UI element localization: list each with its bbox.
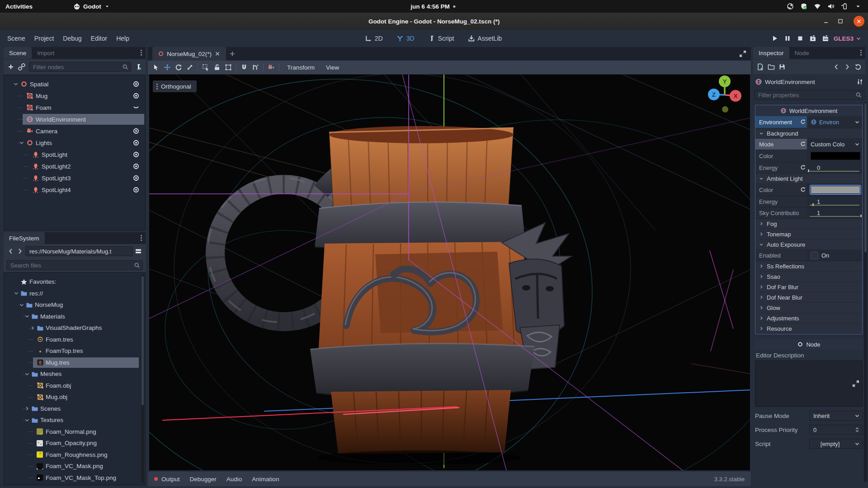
revert-icon[interactable] xyxy=(800,141,806,147)
tab-import[interactable]: Import xyxy=(32,47,60,59)
history-prev-button[interactable] xyxy=(833,63,840,70)
editor-description-field[interactable] xyxy=(755,361,863,407)
caret-icon[interactable] xyxy=(854,3,862,10)
scene-node-lights[interactable]: Lights xyxy=(4,137,145,149)
scene-node-spotlight4[interactable]: SpotLight4 xyxy=(4,184,145,196)
slider-sky-contributio[interactable]: 1 xyxy=(807,207,862,218)
current-path-field[interactable] xyxy=(25,246,133,256)
checkbox-enabled[interactable]: On xyxy=(807,250,862,261)
steam-icon[interactable] xyxy=(787,3,794,10)
bottom-tab-animation[interactable]: Animation xyxy=(252,476,279,483)
fs-item-foam-opacity.png[interactable]: Foam_Opacity.png xyxy=(4,437,145,449)
scene-node-spotlight[interactable]: SpotLight xyxy=(4,149,145,160)
clock[interactable]: jun 6 4:56 PM xyxy=(410,3,455,10)
visibility-on-icon[interactable] xyxy=(132,127,140,135)
filter-nodes-input[interactable] xyxy=(29,62,131,72)
inspector-scrollbar[interactable] xyxy=(864,102,867,482)
pause-button[interactable] xyxy=(784,35,791,42)
section-resource[interactable]: Resource xyxy=(755,324,862,334)
history-next-button[interactable] xyxy=(844,63,851,70)
arrow-down-icon[interactable] xyxy=(19,302,25,308)
lock-tool-button[interactable] xyxy=(213,64,221,71)
renderer-dropdown[interactable]: GLES3 xyxy=(834,35,862,42)
viewport-menu-view[interactable]: View xyxy=(322,63,343,72)
slider-track[interactable] xyxy=(810,216,859,217)
activities-button[interactable]: Activities xyxy=(0,0,38,13)
history-forward-button[interactable] xyxy=(16,248,24,255)
restore-button[interactable] xyxy=(834,13,847,30)
filesystem-dock-menu-icon[interactable] xyxy=(141,235,142,241)
section-background[interactable]: Background xyxy=(755,128,862,139)
search-files-input[interactable] xyxy=(6,260,143,270)
section-auto-exposure[interactable]: Auto Exposure xyxy=(755,239,862,250)
slider-energy[interactable]: 0 xyxy=(807,162,862,173)
fs-item-foam-vc-mask.png[interactable]: Foam_VC_Mask.png xyxy=(4,460,145,472)
menu-project[interactable]: Project xyxy=(30,33,59,44)
bottom-tab-output[interactable]: Output xyxy=(161,476,180,483)
color-picker-000000[interactable] xyxy=(807,150,862,162)
revert-icon[interactable] xyxy=(800,119,806,125)
load-resource-button[interactable] xyxy=(768,63,775,70)
fs-item-meshes[interactable]: Meshes xyxy=(4,368,145,380)
environment-resource-picker[interactable]: Environ xyxy=(807,116,862,128)
axis-gizmo[interactable]: Y X Z xyxy=(708,75,741,113)
section-dof-near-blur[interactable]: Dof Near Blur xyxy=(755,292,862,303)
viewport-3d[interactable]: Y X Z Orthogonal xyxy=(149,75,750,470)
visibility-off-icon[interactable] xyxy=(132,104,140,111)
scene-node-foam[interactable]: Foam xyxy=(4,102,145,113)
inspector-menu-icon[interactable] xyxy=(860,50,862,56)
new-resource-button[interactable] xyxy=(757,63,764,70)
tab-node[interactable]: Node xyxy=(789,47,815,59)
fs-item-foamtop.tres[interactable]: FoamTop.tres xyxy=(4,345,145,357)
play-custom-scene-button[interactable] xyxy=(822,35,829,42)
filter-properties-input[interactable] xyxy=(754,90,864,100)
slider-grabber[interactable] xyxy=(808,169,809,172)
arrow-down-icon[interactable] xyxy=(24,371,30,377)
visibility-on-icon[interactable] xyxy=(132,186,140,193)
pause-mode-control[interactable]: Inherit xyxy=(809,411,863,421)
local-coords-tool-button[interactable] xyxy=(252,64,259,71)
expand-description-icon[interactable] xyxy=(852,380,859,387)
process-priority-control[interactable]: 0 xyxy=(809,425,863,435)
scene-node-mug[interactable]: Mug xyxy=(4,90,145,102)
battery-icon[interactable] xyxy=(841,3,848,10)
revert-icon[interactable] xyxy=(800,187,806,193)
history-back-button[interactable] xyxy=(7,248,14,255)
section-tonemap[interactable]: Tonemap xyxy=(755,229,862,239)
tab-inspector[interactable]: Inspector xyxy=(753,47,789,59)
viewport-menu-transform[interactable]: Transform xyxy=(283,63,318,72)
fs-item-foam-vc-mask-top.png[interactable]: Foam_VC_Mask_Top.png xyxy=(4,472,145,484)
revert-icon[interactable] xyxy=(800,164,806,171)
section-dof-far-blur[interactable]: Dof Far Blur xyxy=(755,282,862,292)
play-scene-button[interactable] xyxy=(809,35,816,42)
window-titlebar[interactable]: Godot Engine - Godot - NorseMug_02.tscn … xyxy=(0,13,868,30)
volume-icon[interactable] xyxy=(827,3,835,10)
workspace-2d[interactable]: 2D xyxy=(361,33,387,44)
visibility-on-icon[interactable] xyxy=(132,80,140,88)
arrow-down-icon[interactable] xyxy=(13,290,19,296)
section-adjustments[interactable]: Adjustments xyxy=(755,313,862,324)
move-tool-button[interactable] xyxy=(164,64,171,71)
app-menu[interactable]: Godot xyxy=(68,0,116,13)
workspace-3d[interactable]: 3D xyxy=(393,33,418,44)
fs-item-mug.obj[interactable]: Mug.obj xyxy=(4,391,145,403)
shield-icon[interactable] xyxy=(800,3,807,10)
fs-item-scenes[interactable]: Scenes xyxy=(4,403,145,415)
object-history-button[interactable] xyxy=(854,63,862,70)
fs-item-favorites-[interactable]: Favorites: xyxy=(4,276,145,288)
fs-item-mug.tres[interactable]: Mug.tres xyxy=(4,357,145,369)
toggle-split-mode-icon[interactable] xyxy=(135,248,142,255)
fs-item-res-[interactable]: res:// xyxy=(4,288,145,300)
section-ambient-light[interactable]: Ambient Light xyxy=(755,174,862,184)
visibility-on-icon[interactable] xyxy=(132,139,140,146)
node-section-header[interactable]: Node xyxy=(755,339,863,350)
scene-node-spatial[interactable]: Spatial xyxy=(4,78,145,90)
scene-dock-menu-icon[interactable] xyxy=(141,50,142,56)
color-swatch[interactable] xyxy=(811,152,860,160)
close-tab-icon[interactable] xyxy=(214,51,221,57)
workspace-script[interactable]: Script xyxy=(425,33,458,44)
fs-item-visualshadergraphs[interactable]: VisualShaderGraphs xyxy=(4,322,145,334)
distraction-free-button[interactable] xyxy=(739,50,746,57)
slider-grabber[interactable] xyxy=(812,203,814,206)
attach-script-button[interactable] xyxy=(135,63,142,70)
